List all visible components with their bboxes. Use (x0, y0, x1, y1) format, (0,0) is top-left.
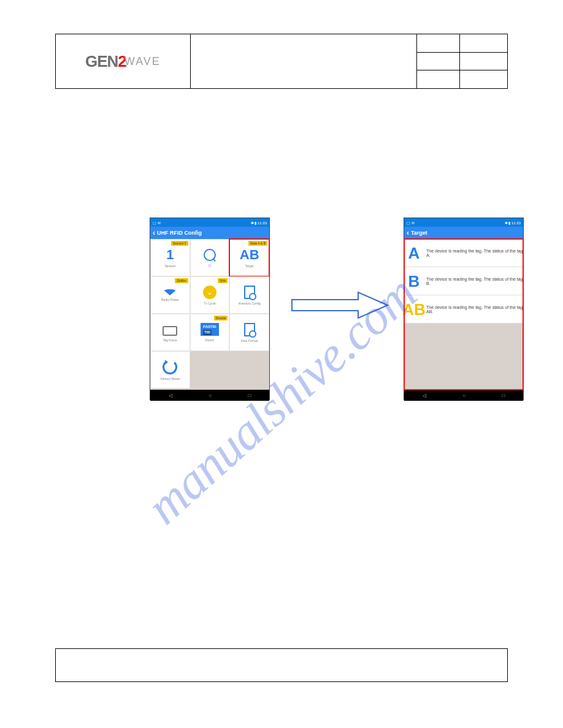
empty-tile (190, 351, 230, 389)
tag-ab-icon: AB (404, 295, 424, 323)
tagfocus-icon (163, 326, 177, 336)
tile-data-format[interactable]: Data Format (229, 314, 269, 351)
list-row-b[interactable]: B The device is reading the tag. The sta… (404, 267, 523, 295)
status-left: ▢ ✉ (153, 221, 161, 225)
back-icon[interactable]: ‹ (407, 229, 409, 237)
tile-radio-power[interactable]: 25dBm Radio Power (150, 276, 190, 314)
config-grid: Session 3 1 Session Q State A & B AB Tar… (150, 239, 269, 390)
header-mid-cell (190, 34, 416, 89)
status-bar: ▢ ✉ ✱ ▮ 11:33 (150, 218, 269, 227)
header-r3c2 (460, 70, 508, 89)
nav-back-icon[interactable]: ◁ (169, 393, 172, 398)
wifi-icon (163, 289, 177, 295)
list-text: The device is reading the tag. The statu… (424, 267, 523, 295)
tile-label: Data Format (241, 339, 258, 343)
reset-icon (163, 360, 177, 374)
status-right: ✱ ▮ 11:33 (505, 221, 521, 225)
header-table: GEN2WAVE (55, 34, 508, 89)
doc-gear-icon (244, 286, 255, 299)
tile-inventory-config[interactable]: Inventory Config (229, 276, 269, 314)
list-text: The device is reading the tag. The statu… (424, 295, 523, 323)
android-nav: ◁ ○ □ (404, 390, 523, 401)
tile-tag-focus[interactable]: Tag Focus (150, 314, 190, 351)
tile-q[interactable]: Q (190, 239, 230, 276)
phone-target: ▢ ✉ ✱ ▮ 11:33 ‹ Target A The device is r… (404, 218, 524, 400)
status-right: ✱ ▮ 11:33 (251, 221, 267, 225)
list-row-ab[interactable]: AB The device is reading the tag. The st… (404, 295, 523, 324)
badge: Disable (214, 316, 228, 320)
list-text: The device is reading the tag. The statu… (424, 239, 523, 267)
fastid-icon: FASTIDTID (201, 323, 218, 335)
back-icon[interactable]: ‹ (153, 229, 155, 237)
flow-arrow-icon (291, 290, 389, 320)
nav-home-icon[interactable]: ○ (209, 393, 212, 398)
nav-back-icon[interactable]: ◁ (423, 393, 426, 398)
tile-fastid[interactable]: Disable FASTIDTID FastID (190, 314, 230, 351)
tile-label: Q (209, 264, 211, 267)
tag-b-icon: B (404, 267, 424, 295)
target-list: A The device is reading the tag. The sta… (404, 239, 523, 390)
nav-recent-icon[interactable]: □ (248, 393, 251, 398)
tile-factory-reset[interactable]: Factory Reset (150, 351, 190, 389)
badge: State A & B (248, 241, 267, 246)
tile-label: Target (245, 264, 254, 268)
header-r1c1 (417, 34, 460, 53)
footer-box (55, 648, 508, 682)
tile-label: Tx Cycle (204, 301, 215, 305)
app-title: UHF RFID Config (157, 230, 202, 236)
header-r3c1 (417, 70, 460, 89)
tile-label: FastID (205, 338, 215, 342)
q-icon (204, 249, 216, 261)
app-bar[interactable]: ‹ Target (404, 227, 523, 239)
tile-tx-cycle[interactable]: 50% ⌄ Tx Cycle (190, 276, 230, 314)
tile-label: Inventory Config (238, 301, 260, 305)
tile-session[interactable]: Session 3 1 Session (150, 239, 190, 276)
logo-part3: WAVE (124, 55, 161, 68)
badge: 25dBm (175, 278, 188, 283)
app-title: Target (411, 230, 427, 236)
header-r1c2 (460, 34, 508, 53)
tile-label: Factory Reset (161, 377, 180, 381)
list-row-a[interactable]: A The device is reading the tag. The sta… (404, 239, 523, 267)
tile-label: Session (164, 264, 175, 268)
status-left: ▢ ✉ (407, 221, 415, 225)
badge: Session 3 (171, 241, 188, 246)
phone-config: ▢ ✉ ✱ ▮ 11:33 ‹ UHF RFID Config Session … (150, 218, 270, 400)
header-r2c1 (417, 52, 460, 70)
header-r2c2 (460, 52, 508, 70)
company-logo: GEN2WAVE (56, 34, 190, 88)
logo-part1: GEN (85, 52, 118, 71)
wifi-y-icon: ⌄ (203, 286, 216, 299)
nav-home-icon[interactable]: ○ (462, 393, 465, 398)
status-bar: ▢ ✉ ✱ ▮ 11:33 (404, 218, 523, 227)
badge: 50% (218, 278, 228, 283)
page-root: GEN2WAVE ▢ ✉ ✱ ▮ 11:33 ‹ UHF RFID Co (55, 34, 508, 89)
app-bar[interactable]: ‹ UHF RFID Config (150, 227, 269, 239)
android-nav: ◁ ○ □ (150, 390, 269, 401)
tile-target[interactable]: State A & B AB Target (229, 239, 269, 276)
session-icon: 1 (166, 248, 174, 262)
screenshot-row: ▢ ✉ ✱ ▮ 11:33 ‹ UHF RFID Config Session … (150, 218, 524, 401)
tile-label: Radio Power (161, 298, 179, 301)
nav-recent-icon[interactable]: □ (502, 393, 505, 398)
tile-label: Tag Focus (163, 338, 177, 342)
doc-gear-icon (244, 323, 255, 336)
target-icon: AB (240, 248, 259, 262)
logo-cell: GEN2WAVE (56, 34, 191, 89)
empty-tile (229, 351, 269, 389)
tag-a-icon: A (404, 239, 424, 267)
